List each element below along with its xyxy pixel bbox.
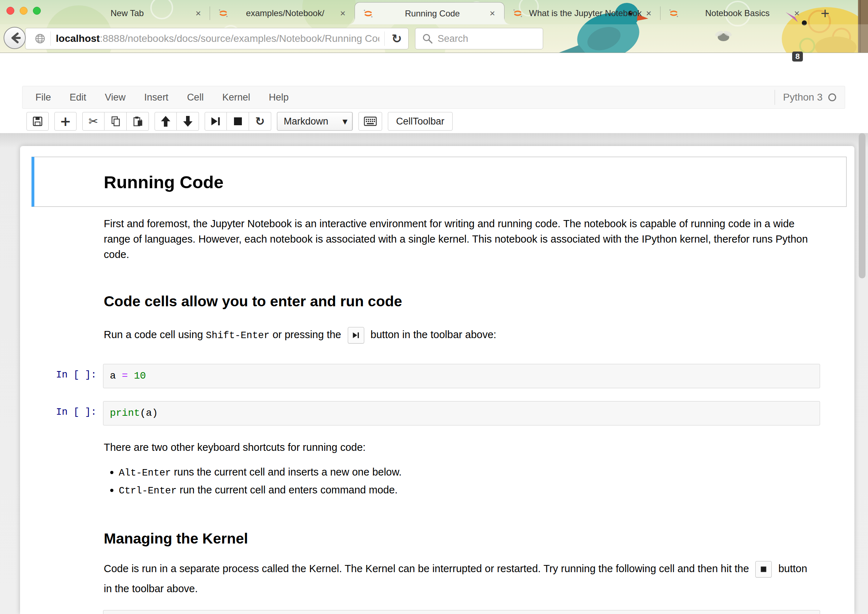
jupyter-favicon-icon xyxy=(668,8,679,19)
search-input[interactable] xyxy=(437,33,527,44)
stop-icon xyxy=(233,117,243,126)
move-cell-up-button[interactable] xyxy=(155,112,177,130)
notebook-menubar: File Edit View Insert Cell Kernel Help P… xyxy=(22,86,845,109)
url-path: :8888/notebooks/docs/source/examples/Not… xyxy=(100,33,379,44)
shortcut-alt-enter: Alt-Enter runs the current cell and inse… xyxy=(119,464,815,482)
url-bar[interactable]: localhost:8888/notebooks/docs/source/exa… xyxy=(25,28,409,50)
tab-title: Notebook Basics xyxy=(684,8,791,18)
tab-title: New Tab xyxy=(62,8,193,18)
restart-kernel-button[interactable]: ↻ xyxy=(249,112,271,130)
paste-icon xyxy=(132,116,143,127)
select-caret-icon: ▼ xyxy=(343,118,347,125)
tab-what-is-jupyter[interactable]: What is the Jupyter Notebook × xyxy=(504,2,660,24)
menu-help[interactable]: Help xyxy=(259,92,298,103)
move-cell-down-button[interactable] xyxy=(177,112,199,130)
cut-cell-button[interactable]: ✂ xyxy=(82,112,104,130)
kbd-ctrl-enter: Ctrl-Enter xyxy=(119,485,177,496)
code-cell-print-a: In [ ]: print(a) xyxy=(31,401,820,425)
navigation-toolbar: localhost:8888/notebooks/docs/source/exa… xyxy=(0,24,868,53)
code-cell-a-equals-10: In [ ]: a = 10 xyxy=(31,364,820,388)
notebook-h1: Running Code xyxy=(104,172,846,192)
notebook-toolbar: + ✂ xyxy=(0,110,868,133)
menu-edit[interactable]: Edit xyxy=(60,92,96,103)
zoom-window-button[interactable] xyxy=(33,7,41,15)
inline-run-button-icon xyxy=(348,327,364,344)
tab-close-icon[interactable]: × xyxy=(643,8,654,19)
tab-close-icon[interactable]: × xyxy=(193,8,204,19)
close-window-button[interactable] xyxy=(6,7,14,15)
window-controls xyxy=(6,7,41,15)
url-text: localhost:8888/notebooks/docs/source/exa… xyxy=(56,33,379,44)
url-divider xyxy=(384,31,384,46)
keyboard-icon xyxy=(364,116,377,126)
extension-badge-count: 8 xyxy=(792,51,803,62)
cell-type-select[interactable]: Markdown ▼ xyxy=(277,112,353,130)
save-icon xyxy=(32,116,43,127)
add-cell-button[interactable]: + xyxy=(54,112,77,130)
command-palette-button[interactable] xyxy=(358,112,382,130)
selected-markdown-cell[interactable]: Running Code xyxy=(31,157,846,207)
jupyter-favicon-icon xyxy=(363,8,374,19)
globe-icon xyxy=(35,33,45,44)
tab-close-icon[interactable]: × xyxy=(487,8,498,19)
run-icon xyxy=(211,116,221,127)
tab-notebook-basics[interactable]: Notebook Basics × xyxy=(660,2,809,24)
browser-window: New Tab × examples/Notebook/ × Running C… xyxy=(0,0,868,614)
new-tab-button[interactable]: + xyxy=(817,5,833,22)
reload-icon[interactable]: ↻ xyxy=(392,31,402,46)
save-button[interactable] xyxy=(26,112,49,130)
copy-cell-button[interactable] xyxy=(104,112,127,130)
search-icon xyxy=(422,33,433,44)
code-input-area[interactable]: a = 10 xyxy=(103,364,820,388)
cell-toolbar-button[interactable]: CellToolbar xyxy=(388,112,453,130)
menu-kernel[interactable]: Kernel xyxy=(213,92,259,103)
notebook-container: Running Code First and foremost, the Jup… xyxy=(20,146,854,614)
kernel-paragraph: Code is run in a separate process called… xyxy=(104,558,815,598)
tab-title: examples/Notebook/ xyxy=(233,8,337,18)
shortcut-ctrl-enter: Ctrl-Enter run the current cell and ente… xyxy=(119,482,815,499)
inline-stop-button-icon xyxy=(755,561,772,577)
input-prompt: In [ ]: xyxy=(31,370,103,380)
paste-cell-button[interactable] xyxy=(127,112,149,130)
menu-cell[interactable]: Cell xyxy=(178,92,213,103)
code-input-area[interactable]: import time time.sleep(10) xyxy=(103,610,820,614)
kernel-indicator: Python 3 xyxy=(775,90,845,105)
tabs: New Tab × examples/Notebook/ × Running C… xyxy=(54,0,809,24)
notebook-page-background: Running Code First and foremost, the Jup… xyxy=(0,133,868,614)
tab-examples-notebook[interactable]: examples/Notebook/ × xyxy=(210,2,355,24)
menu-insert[interactable]: Insert xyxy=(135,92,178,103)
url-divider xyxy=(50,31,51,46)
jupyter-favicon-icon xyxy=(218,8,229,19)
cell-type-value: Markdown xyxy=(284,116,329,127)
kernel-name: Python 3 xyxy=(783,91,823,103)
url-host: localhost xyxy=(56,33,100,44)
menu-file[interactable]: File xyxy=(23,92,60,103)
tab-close-icon[interactable]: × xyxy=(337,8,348,19)
tab-close-icon[interactable]: × xyxy=(791,8,802,19)
tab-title: Running Code xyxy=(378,9,487,19)
run-instruction-paragraph: Run a code cell using Shift-Enter or pre… xyxy=(104,325,815,345)
back-arrow-icon xyxy=(7,30,23,46)
interrupt-kernel-button[interactable] xyxy=(227,112,249,130)
cell-toolbar-label: CellToolbar xyxy=(396,116,444,127)
code-cell-import-time: In [ ]: import time time.sleep(10) xyxy=(31,610,820,614)
copy-icon xyxy=(110,116,121,127)
intro-paragraph: First and foremost, the Jupyter Notebook… xyxy=(104,216,815,262)
minimize-window-button[interactable] xyxy=(20,7,28,15)
run-cell-button[interactable] xyxy=(205,112,227,130)
kbd-alt-enter: Alt-Enter xyxy=(119,468,171,478)
tab-running-code-active[interactable]: Running Code × xyxy=(355,2,504,24)
arrow-down-icon xyxy=(183,116,193,127)
section-heading-managing-kernel: Managing the Kernel xyxy=(104,530,815,547)
page-scrollbar-thumb[interactable] xyxy=(859,133,865,278)
kbd-shift-enter: Shift-Enter xyxy=(206,330,270,341)
input-prompt: In [ ]: xyxy=(31,407,103,417)
menu-view[interactable]: View xyxy=(96,92,135,103)
section-heading-code-cells: Code cells allow you to enter and run co… xyxy=(104,293,815,310)
shortcuts-paragraph: There are two other keyboard shortcuts f… xyxy=(104,440,815,455)
search-bar[interactable] xyxy=(415,28,543,50)
tab-new-tab[interactable]: New Tab × xyxy=(54,2,210,24)
back-button[interactable] xyxy=(3,27,26,49)
shortcuts-list: Alt-Enter runs the current cell and inse… xyxy=(119,464,815,499)
code-input-area[interactable]: print(a) xyxy=(103,401,820,425)
